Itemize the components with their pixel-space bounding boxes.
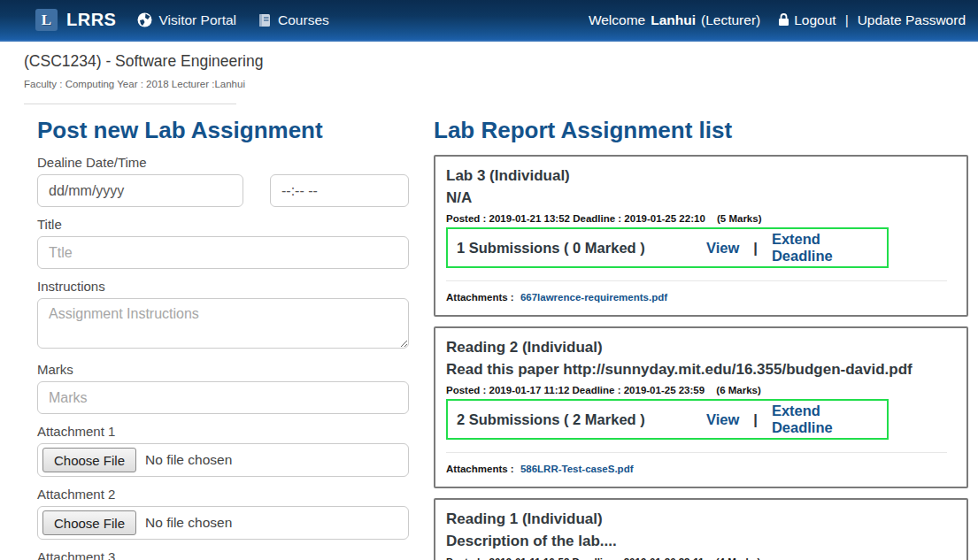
posted-text: Posted : 2019-01-11 16:52 Deadline : 201… [446, 556, 705, 560]
assignment-description: Description of the lab.... [446, 533, 956, 550]
book-icon [258, 13, 272, 27]
globe-icon [137, 12, 152, 27]
username: Lanhui [651, 12, 696, 28]
instructions-textarea[interactable] [37, 298, 409, 349]
assignment-description: N/A [446, 189, 956, 207]
post-assignment-form: Post new Lab Assignment Dealine Date/Tim… [37, 104, 409, 560]
marks-badge: (5 Marks) [717, 213, 762, 224]
attachment-file-link[interactable]: 586LRR-Test-caseS.pdf [520, 464, 634, 474]
attachment-2-file-input: Choose File No file chosen [37, 506, 409, 540]
title-label: Title [37, 217, 409, 232]
posted-deadline-line: Posted : 2019-01-17 11:12 Deadline : 201… [446, 385, 956, 395]
attachments-label: Attachments : [446, 464, 514, 474]
submissions-count: 1 Submissions ( 0 Marked ) [457, 240, 706, 257]
update-password-link[interactable]: Update Password [858, 12, 966, 28]
nav-visitor-portal-label: Visitor Portal [158, 12, 236, 28]
view-link[interactable]: View [706, 411, 739, 428]
extend-deadline-link[interactable]: Extend Deadline [772, 231, 878, 265]
attachments-line: Attachments : 667lawrence-requirements.p… [446, 292, 956, 303]
posted-text: Posted : 2019-01-17 11:12 Deadline : 201… [446, 385, 705, 395]
nav-courses-label: Courses [278, 12, 329, 28]
posted-text: Posted : 2019-01-21 13:52 Deadline : 201… [446, 213, 705, 224]
deadline-label: Dealine Date/Time [37, 155, 409, 170]
link-separator: | [753, 240, 758, 257]
marks-badge: (4 Marks) [716, 556, 761, 560]
nav-visitor-portal[interactable]: Visitor Portal [137, 12, 236, 28]
marks-badge: (6 Marks) [716, 385, 761, 395]
posted-deadline-line: Posted : 2019-01-21 13:52 Deadline : 201… [446, 213, 956, 224]
file-status: No file chosen [145, 452, 232, 468]
assignment-card: Lab 3 (Individual) N/A Posted : 2019-01-… [434, 155, 968, 317]
assignment-card: Reading 1 (Individual) Description of th… [434, 498, 968, 560]
attachment-3-label: Attachment 3 [37, 549, 409, 560]
title-input[interactable] [37, 236, 409, 269]
submissions-box: 1 Submissions ( 0 Marked ) View | Extend… [446, 227, 889, 268]
submissions-box: 2 Submissions ( 2 Marked ) View | Extend… [446, 399, 889, 440]
deadline-date-input[interactable] [37, 174, 243, 207]
extend-deadline-link[interactable]: Extend Deadline [772, 403, 878, 436]
assignment-description: Read this paper http://sunnyday.mit.edu/… [446, 361, 956, 379]
assignment-list: Lab Report Assignment list Lab 3 (Indivi… [434, 104, 968, 560]
choose-file-button[interactable]: Choose File [42, 510, 136, 535]
view-link[interactable]: View [706, 240, 739, 257]
assignment-title: Reading 1 (Individual) [446, 510, 956, 528]
lock-icon [778, 13, 789, 27]
attachments-label: Attachments : [446, 292, 514, 303]
card-divider [446, 280, 947, 281]
attachment-2-label: Attachment 2 [37, 487, 409, 502]
submissions-count: 2 Submissions ( 2 Marked ) [457, 411, 706, 428]
posted-deadline-line: Posted : 2019-01-11 16:52 Deadline : 201… [446, 556, 956, 560]
course-title: (CSC1234) - Software Engineering [24, 52, 978, 71]
app-logo-icon[interactable]: L [35, 9, 58, 31]
form-heading: Post new Lab Assignment [37, 117, 409, 144]
marks-input[interactable] [37, 381, 409, 414]
assignment-title: Reading 2 (Individual) [446, 339, 956, 357]
assignment-card: Reading 2 (Individual) Read this paper h… [434, 326, 968, 488]
navbar: L LRRS Visitor Portal Courses Welcome La… [0, 0, 978, 42]
welcome-text: Welcome [589, 12, 645, 28]
user-role: (Lecturer) [701, 12, 760, 28]
nav-separator: | [845, 12, 849, 28]
nav-courses[interactable]: Courses [258, 12, 329, 28]
brand-title[interactable]: LRRS [66, 10, 116, 30]
attachment-1-file-input: Choose File No file chosen [37, 443, 409, 477]
attachment-file-link[interactable]: 667lawrence-requirements.pdf [520, 292, 667, 303]
attachment-1-label: Attachment 1 [37, 424, 409, 439]
link-separator: | [753, 411, 758, 428]
course-meta: Faculty : Computing Year : 2018 Lecturer… [24, 79, 978, 89]
instructions-label: Instructions [37, 279, 409, 294]
choose-file-button[interactable]: Choose File [42, 448, 136, 472]
attachments-line: Attachments : 586LRR-Test-caseS.pdf [446, 464, 956, 474]
logout-link[interactable]: Logout [794, 12, 836, 28]
file-status: No file chosen [145, 515, 232, 531]
card-divider [446, 452, 947, 453]
assignment-title: Lab 3 (Individual) [446, 167, 956, 185]
list-heading: Lab Report Assignment list [434, 117, 968, 144]
deadline-time-input[interactable] [270, 174, 409, 207]
marks-label: Marks [37, 362, 409, 377]
course-header: (CSC1234) - Software Engineering Faculty… [0, 42, 978, 104]
